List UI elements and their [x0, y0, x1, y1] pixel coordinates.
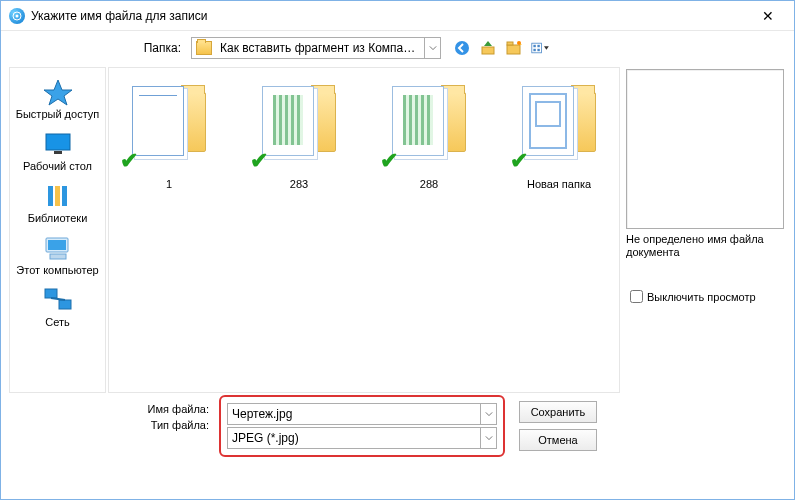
folder-thumbnail: ✔	[126, 84, 212, 170]
svg-line-26	[51, 298, 65, 300]
file-list[interactable]: ✔ 1 ✔ 283	[108, 67, 620, 393]
view-menu-icon[interactable]	[531, 39, 549, 57]
app-icon	[9, 8, 25, 24]
svg-rect-17	[54, 151, 62, 154]
libraries-icon	[42, 182, 74, 210]
svg-rect-23	[50, 254, 66, 259]
folder-combo[interactable]: Как вставить фрагмент из Компаса в Вор	[191, 37, 441, 59]
folder-thumbnail: ✔	[386, 84, 472, 170]
red-highlight-annotation: Чертеж.jpg JPEG (*.jpg)	[219, 395, 505, 457]
nav-back-icon[interactable]	[453, 39, 471, 57]
svg-rect-9	[532, 43, 542, 53]
file-name: Новая папка	[527, 178, 591, 190]
filename-value: Чертеж.jpg	[228, 407, 480, 421]
folder-combo-text: Как вставить фрагмент из Компаса в Вор	[216, 41, 424, 55]
svg-rect-24	[45, 289, 57, 298]
nav-toolbar	[453, 39, 549, 57]
places-sidebar: Быстрый доступ Рабочий стол Библиотеки Э…	[9, 67, 106, 393]
svg-rect-22	[48, 240, 66, 250]
filename-combo[interactable]: Чертеж.jpg	[227, 403, 497, 425]
svg-point-8	[517, 41, 521, 45]
sidebar-item-this-pc[interactable]: Этот компьютер	[10, 230, 105, 280]
file-name: 288	[420, 178, 438, 190]
folder-label: Папка:	[121, 41, 181, 55]
folder-thumbnail: ✔	[516, 84, 602, 170]
file-item[interactable]: ✔ 283	[249, 84, 349, 376]
cancel-button[interactable]: Отмена	[519, 429, 597, 451]
sidebar-item-label: Сеть	[45, 316, 69, 328]
disable-preview-checkbox-row[interactable]: Выключить просмотр	[626, 287, 784, 306]
quick-access-icon	[42, 78, 74, 106]
preview-message: Не определено имя файла документа	[626, 233, 784, 259]
chevron-down-icon[interactable]	[424, 38, 440, 58]
action-buttons: Сохранить Отмена	[519, 401, 597, 457]
sidebar-item-libraries[interactable]: Библиотеки	[10, 178, 105, 228]
sidebar-item-desktop[interactable]: Рабочий стол	[10, 126, 105, 176]
filetype-label: Тип файла:	[139, 419, 209, 431]
file-name: 1	[166, 178, 172, 190]
close-button[interactable]: ✕	[748, 5, 788, 27]
svg-rect-12	[533, 49, 535, 51]
close-icon: ✕	[762, 8, 774, 24]
titlebar: Укажите имя файла для записи ✕	[1, 1, 794, 31]
filetype-combo[interactable]: JPEG (*.jpg)	[227, 427, 497, 449]
new-folder-icon[interactable]	[505, 39, 523, 57]
filetype-value: JPEG (*.jpg)	[228, 431, 480, 445]
this-pc-icon	[42, 234, 74, 262]
folder-thumbnail: ✔	[256, 84, 342, 170]
chevron-down-icon[interactable]	[480, 404, 496, 424]
svg-rect-18	[48, 186, 53, 206]
svg-rect-5	[507, 45, 520, 54]
checkmark-icon: ✔	[250, 148, 268, 174]
svg-rect-3	[482, 47, 494, 54]
disable-preview-label: Выключить просмотр	[647, 291, 756, 303]
sidebar-item-network[interactable]: Сеть	[10, 282, 105, 332]
sidebar-item-label: Библиотеки	[28, 212, 88, 224]
preview-panel: Не определено имя файла документа Выключ…	[622, 65, 794, 395]
sidebar-item-quick-access[interactable]: Быстрый доступ	[10, 74, 105, 124]
svg-rect-10	[533, 45, 535, 47]
checkmark-icon: ✔	[380, 148, 398, 174]
chevron-down-icon[interactable]	[480, 428, 496, 448]
svg-rect-13	[537, 49, 539, 51]
sidebar-item-label: Этот компьютер	[16, 264, 98, 276]
checkmark-icon: ✔	[120, 148, 138, 174]
file-name: 283	[290, 178, 308, 190]
folder-icon	[196, 41, 212, 55]
disable-preview-checkbox[interactable]	[630, 290, 643, 303]
network-icon	[42, 286, 74, 314]
svg-rect-25	[59, 300, 71, 309]
svg-rect-6	[507, 42, 513, 45]
save-file-dialog: Укажите имя файла для записи ✕ Папка: Ка…	[0, 0, 795, 500]
file-item[interactable]: ✔ 288	[379, 84, 479, 376]
svg-rect-20	[62, 186, 67, 206]
svg-marker-15	[44, 80, 72, 105]
desktop-icon	[42, 130, 74, 158]
dialog-body: Быстрый доступ Рабочий стол Библиотеки Э…	[1, 65, 794, 395]
sidebar-item-label: Рабочий стол	[23, 160, 92, 172]
file-item[interactable]: ✔ 1	[119, 84, 219, 376]
svg-marker-4	[484, 41, 492, 46]
svg-point-2	[455, 41, 469, 55]
svg-rect-11	[537, 45, 539, 47]
svg-rect-19	[55, 186, 60, 206]
bottom-panel: Имя файла: Тип файла: Чертеж.jpg JPEG (*…	[1, 395, 794, 457]
svg-marker-14	[544, 46, 549, 50]
folder-row: Папка: Как вставить фрагмент из Компаса …	[1, 31, 794, 65]
file-item[interactable]: ✔ Новая папка	[509, 84, 609, 376]
sidebar-item-label: Быстрый доступ	[16, 108, 100, 120]
dialog-title: Укажите имя файла для записи	[31, 9, 207, 23]
checkmark-icon: ✔	[510, 148, 528, 174]
preview-box	[626, 69, 784, 229]
svg-point-1	[16, 14, 19, 17]
svg-rect-16	[46, 134, 70, 150]
nav-up-icon[interactable]	[479, 39, 497, 57]
save-button[interactable]: Сохранить	[519, 401, 597, 423]
filename-label: Имя файла:	[139, 403, 209, 415]
